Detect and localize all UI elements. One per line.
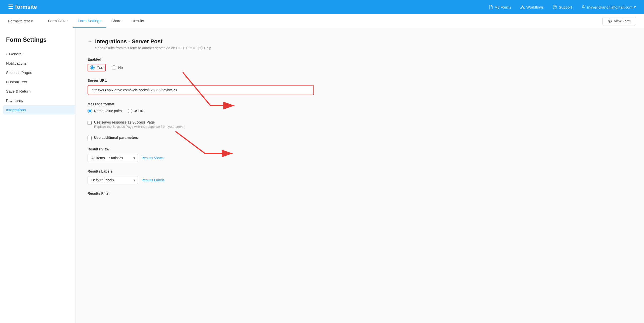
results-views-link[interactable]: Results Views	[141, 156, 164, 160]
sidebar-item-integrations[interactable]: Integrations	[3, 105, 75, 114]
results-view-select-wrapper: All Items + Statistics	[88, 154, 138, 162]
additional-params-section: Use additional parameters	[88, 136, 632, 140]
server-response-checkbox-container[interactable]: Use server response as Success Page Repl…	[88, 120, 632, 129]
back-button[interactable]: ←	[88, 39, 92, 44]
brand-logo[interactable]: ☰ formsite	[8, 4, 37, 10]
message-format-radio-group: Name-value pairs JSON	[88, 109, 632, 113]
sidebar-item-notifications[interactable]: Notifications	[6, 59, 75, 68]
server-response-labels: Use server response as Success Page Repl…	[94, 120, 185, 129]
page-header: ← Integrations - Server Post Send result…	[88, 38, 632, 50]
svg-point-0	[522, 5, 523, 7]
top-nav-links: My Forms Workflows Support maverickandri…	[489, 5, 636, 9]
server-url-label: Server URL	[88, 78, 632, 83]
svg-point-1	[521, 8, 522, 9]
server-url-input[interactable]	[88, 85, 314, 95]
sub-navigation: Formsite test ▾ Form Editor Form Setting…	[0, 14, 644, 28]
no-radio-container[interactable]: No	[112, 65, 123, 70]
user-menu-chevron: ▾	[634, 5, 636, 9]
workflows-link[interactable]: Workflows	[520, 5, 544, 9]
server-response-label: Use server response as Success Page	[94, 120, 185, 124]
page-subtitle: Send results from this form to another s…	[95, 46, 211, 50]
yes-radio[interactable]	[90, 65, 95, 70]
my-forms-link[interactable]: My Forms	[489, 5, 511, 9]
results-view-select[interactable]: All Items + Statistics	[88, 154, 138, 162]
svg-point-2	[523, 8, 525, 9]
enabled-label: Enabled	[88, 57, 632, 61]
svg-line-3	[521, 6, 522, 8]
form-name-selector[interactable]: Formsite test ▾	[8, 19, 33, 23]
results-labels-section: Results Labels Default Labels Results La…	[88, 169, 632, 184]
main-layout: Form Settings › General Notifications Su…	[0, 28, 644, 323]
message-format-section: Message format Name-value pairs JSON	[88, 102, 632, 113]
json-radio[interactable]	[128, 109, 132, 113]
user-menu[interactable]: maverickandrii@gmail.com ▾	[581, 5, 636, 9]
support-link[interactable]: Support	[553, 5, 572, 9]
no-radio[interactable]	[112, 65, 116, 70]
sub-nav-left-group: Formsite test ▾ Form Editor Form Setting…	[8, 14, 149, 28]
sidebar-title: Form Settings	[6, 36, 75, 43]
svg-line-4	[522, 6, 524, 8]
sidebar: Form Settings › General Notifications Su…	[0, 28, 75, 323]
sidebar-item-general[interactable]: › General	[6, 49, 75, 59]
svg-point-8	[609, 21, 610, 22]
server-response-checkbox[interactable]	[88, 121, 92, 125]
sidebar-item-payments[interactable]: Payments	[6, 96, 75, 105]
yes-radio-container[interactable]: Yes	[88, 64, 106, 71]
sub-nav-tabs: Form Editor Form Settings Share Results	[43, 14, 149, 28]
results-view-label: Results View	[88, 147, 632, 151]
results-filter-label: Results Filter	[88, 191, 632, 195]
results-labels-label: Results Labels	[88, 169, 632, 173]
sidebar-item-success-pages[interactable]: Success Pages	[6, 68, 75, 77]
results-view-select-group: All Items + Statistics Results Views	[88, 154, 632, 162]
message-format-label: Message format	[88, 102, 632, 106]
results-labels-select-group: Default Labels Results Labels	[88, 176, 632, 184]
server-response-sublabel: Replace the Success Page with the respon…	[94, 125, 185, 129]
page-title: Integrations - Server Post	[95, 38, 211, 45]
name-value-pairs-radio[interactable]	[88, 109, 92, 113]
results-filter-section: Results Filter	[88, 191, 632, 195]
json-radio-container[interactable]: JSON	[128, 109, 144, 113]
logo-area: ☰ formsite	[8, 4, 37, 10]
enabled-radio-group: Yes No	[88, 64, 632, 71]
name-value-pairs-container[interactable]: Name-value pairs	[88, 109, 122, 113]
results-view-section: Results View All Items + Statistics Resu…	[88, 147, 632, 162]
tab-form-settings[interactable]: Form Settings	[73, 14, 106, 28]
page-title-group: Integrations - Server Post Send results …	[95, 38, 211, 50]
server-url-section: Server URL	[88, 78, 632, 95]
enabled-section: Enabled Yes No	[88, 57, 632, 71]
additional-params-label: Use additional parameters	[94, 136, 138, 140]
sidebar-item-custom-text[interactable]: Custom Text	[6, 77, 75, 87]
sidebar-item-save-return[interactable]: Save & Return	[6, 87, 75, 96]
top-navigation: ☰ formsite My Forms Workflows Support ma…	[0, 0, 644, 14]
svg-point-7	[583, 5, 584, 7]
view-form-button[interactable]: View Form	[602, 17, 636, 25]
results-labels-link[interactable]: Results Labels	[141, 178, 165, 182]
help-icon[interactable]: ?	[198, 46, 203, 50]
form-name-chevron: ▾	[31, 19, 33, 23]
sidebar-arrow-general: ›	[6, 52, 7, 56]
tab-share[interactable]: Share	[106, 14, 126, 28]
additional-params-checkbox[interactable]	[88, 136, 92, 140]
tab-form-editor[interactable]: Form Editor	[43, 14, 73, 28]
results-labels-select[interactable]: Default Labels	[88, 176, 138, 184]
main-content: ← Integrations - Server Post Send result…	[75, 28, 644, 323]
tab-results[interactable]: Results	[126, 14, 149, 28]
logo-icon: ☰	[8, 4, 13, 10]
server-response-section: Use server response as Success Page Repl…	[88, 120, 632, 129]
results-labels-select-wrapper: Default Labels	[88, 176, 138, 184]
additional-params-checkbox-container[interactable]: Use additional parameters	[88, 136, 632, 140]
